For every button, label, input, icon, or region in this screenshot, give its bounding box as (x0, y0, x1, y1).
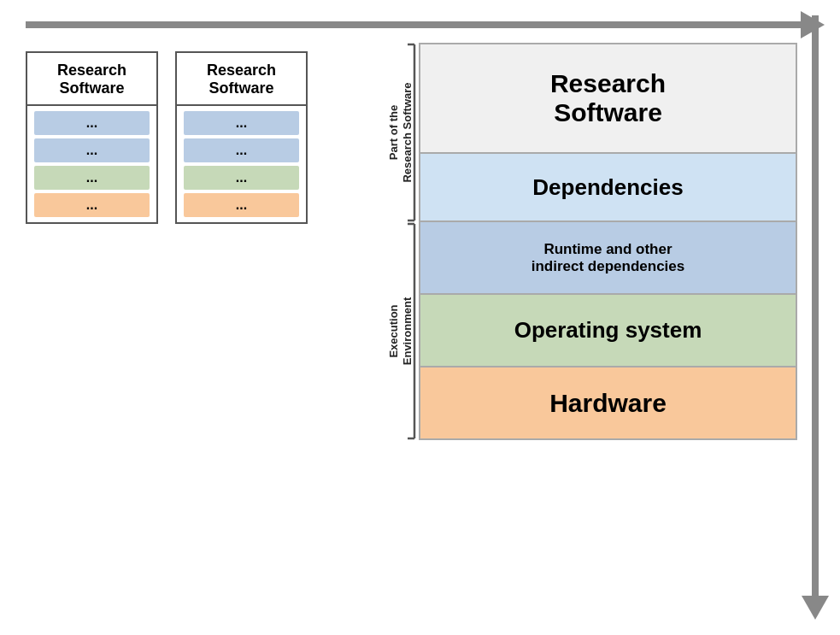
mini-item-1-2: ... (184, 166, 299, 190)
layers-stack: Research SoftwareDependenciesRuntime and… (419, 43, 797, 609)
mini-item-0-1: ... (34, 138, 150, 162)
mini-item-1-1: ... (184, 138, 299, 162)
mini-boxes-area: Research Software............Research So… (26, 51, 308, 224)
right-arrow (806, 15, 825, 620)
layer-hardware: Hardware (419, 367, 797, 440)
mini-box-items-1: ............ (177, 106, 306, 222)
bracket-svg: Part of theResearch SoftwareExecutionEnv… (367, 43, 419, 440)
mini-item-0-3: ... (34, 193, 150, 217)
layer-runtime: Runtime and other indirect dependencies (419, 222, 797, 295)
mini-box-title-1: Research Software (177, 53, 306, 106)
layer-dependencies: Dependencies (419, 154, 797, 222)
diagram-wrapper: Part of theResearch SoftwareExecutionEnv… (367, 43, 797, 609)
mini-box-0: Research Software............ (26, 51, 158, 224)
layer-research-software: Research Software (419, 43, 797, 154)
svg-text:ExecutionEnvironment: ExecutionEnvironment (387, 297, 414, 365)
mini-item-1-3: ... (184, 193, 299, 217)
mini-item-1-0: ... (184, 111, 299, 135)
mini-item-0-0: ... (34, 111, 150, 135)
mini-item-0-2: ... (34, 166, 150, 190)
left-labels-area: Part of theResearch SoftwareExecutionEnv… (367, 43, 419, 609)
mini-box-items-0: ............ (27, 106, 156, 222)
top-arrow-line (26, 21, 801, 28)
mini-box-1: Research Software............ (175, 51, 308, 224)
svg-text:Part of theResearch Software: Part of theResearch Software (387, 82, 414, 182)
right-arrow-line (812, 15, 819, 596)
right-arrow-head (802, 596, 829, 620)
top-arrow (26, 15, 825, 34)
mini-box-title-0: Research Software (27, 53, 156, 106)
layer-operating-system: Operating system (419, 295, 797, 367)
